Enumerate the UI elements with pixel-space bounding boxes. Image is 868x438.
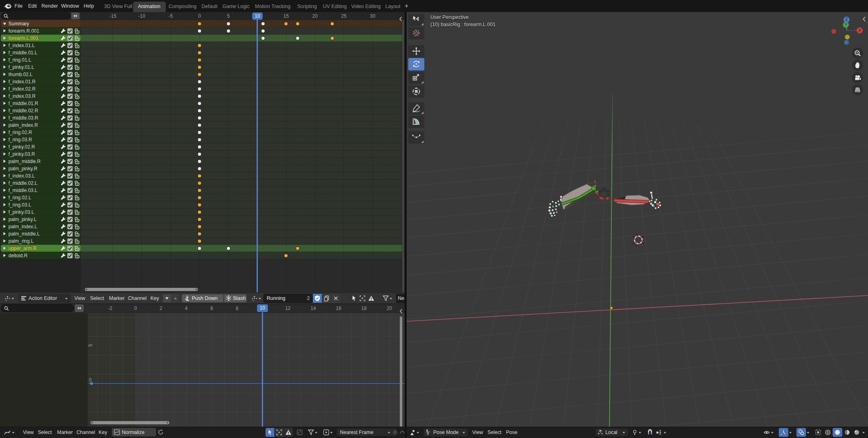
svg-text:Z: Z [845, 17, 847, 22]
svg-text:Y: Y [845, 23, 847, 27]
svg-text:X: X [858, 28, 861, 33]
